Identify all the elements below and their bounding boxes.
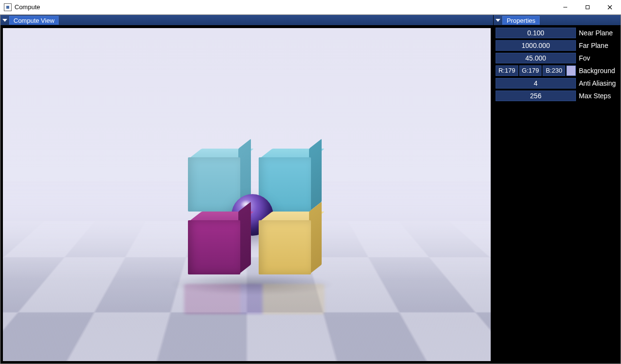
maximize-button[interactable] (576, 0, 599, 15)
properties-panel: Properties 0.100 Near Plane 1000.000 Far… (494, 15, 621, 364)
prop-row-max-steps: 256 Max Steps (496, 91, 618, 101)
minimize-icon (563, 5, 568, 10)
viewport-wrap (0, 26, 493, 364)
scene-reflection (184, 284, 325, 315)
near-plane-input[interactable]: 0.100 (496, 28, 576, 38)
fov-label: Fov (579, 54, 590, 62)
close-button[interactable] (599, 0, 621, 15)
properties-header: Properties (494, 15, 621, 26)
near-plane-label: Near Plane (579, 29, 613, 37)
compute-view-header: Compute View (0, 15, 493, 26)
cube-top-left (188, 157, 240, 212)
cube-bottom-left (188, 220, 240, 274)
close-icon (607, 5, 612, 10)
prop-row-far-plane: 1000.000 Far Plane (496, 40, 618, 51)
chevron-down-icon (2, 19, 7, 22)
tab-properties[interactable]: Properties (502, 16, 540, 25)
background-label: Background (579, 67, 615, 75)
background-r-input[interactable]: R:179 (496, 65, 518, 76)
far-plane-input[interactable]: 1000.000 (496, 40, 576, 51)
far-plane-label: Far Plane (579, 42, 608, 49)
prop-row-fov: 45.000 Fov (496, 53, 618, 63)
max-steps-input[interactable]: 256 (496, 91, 576, 101)
maximize-icon (585, 5, 590, 10)
viewport[interactable] (2, 28, 491, 362)
panel-collapse-button[interactable] (494, 15, 502, 25)
chevron-down-icon (496, 19, 500, 22)
window-controls (554, 0, 621, 14)
properties-list: 0.100 Near Plane 1000.000 Far Plane 45.0… (494, 26, 621, 103)
prop-row-anti-aliasing: 4 Anti Aliasing (496, 78, 618, 89)
title-bar: Compute (0, 0, 621, 15)
title-bar-left: Compute (4, 3, 40, 11)
app-icon (4, 3, 12, 11)
cube-bottom-right (259, 220, 311, 274)
max-steps-label: Max Steps (579, 92, 611, 100)
fov-input[interactable]: 45.000 (496, 53, 576, 63)
background-color-swatch[interactable] (566, 65, 576, 76)
background-g-input[interactable]: G:179 (519, 65, 542, 76)
prop-row-background: R:179 G:179 B:230 Background (496, 65, 618, 76)
app-body: Compute View (0, 15, 621, 364)
window-title: Compute (15, 3, 40, 11)
svg-rect-1 (586, 6, 590, 9)
background-b-input[interactable]: B:230 (543, 65, 565, 76)
anti-aliasing-input[interactable]: 4 (496, 78, 576, 89)
panel-collapse-button[interactable] (0, 15, 9, 25)
background-rgb-group: R:179 G:179 B:230 (496, 65, 576, 76)
anti-aliasing-label: Anti Aliasing (579, 79, 616, 87)
prop-row-near-plane: 0.100 Near Plane (496, 28, 618, 38)
compute-view-panel: Compute View (0, 15, 494, 364)
tab-compute-view[interactable]: Compute View (9, 16, 59, 25)
minimize-button[interactable] (554, 0, 576, 15)
